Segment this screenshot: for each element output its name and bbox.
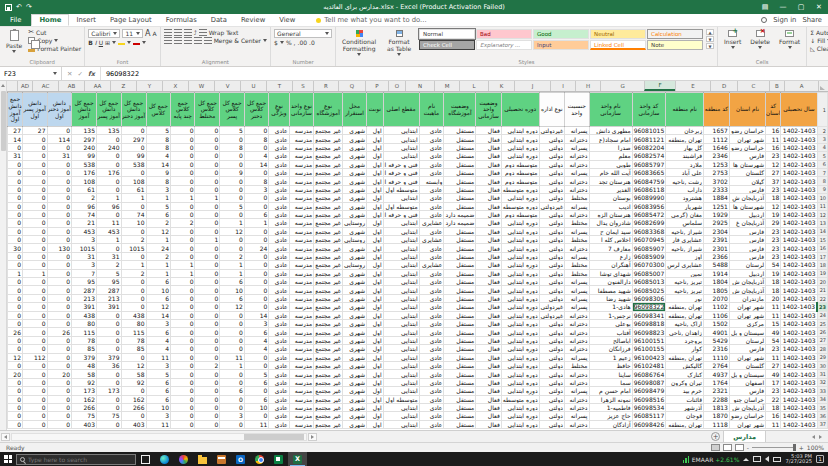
row-header-30[interactable]: 30 xyxy=(817,361,827,369)
cell-O14[interactable]: اول xyxy=(367,227,383,235)
row-header-1[interactable]: 1 xyxy=(817,93,827,127)
cell-X25[interactable]: 3 xyxy=(146,319,170,327)
cell-L29[interactable]: مستقل xyxy=(444,353,476,361)
cell-B8[interactable]: 37 xyxy=(766,177,781,185)
cell-Y17[interactable]: 0 xyxy=(121,252,146,260)
zoom-out-button[interactable]: - xyxy=(747,444,749,451)
cell-style-check[interactable]: Check Cell xyxy=(419,40,475,50)
cell-B5[interactable]: 23 xyxy=(766,152,781,160)
cell-K35[interactable]: فعال xyxy=(476,403,501,411)
cell-S11[interactable]: عادی xyxy=(269,202,289,210)
cell-K4[interactable]: فعال xyxy=(476,143,501,151)
cell-P30[interactable]: شهری xyxy=(342,361,366,369)
cell-Z9[interactable]: 0 xyxy=(97,185,122,193)
cell-S23[interactable]: عادی xyxy=(269,303,289,311)
field-header-M[interactable]: نام ماهیت xyxy=(419,93,444,127)
cell-L33[interactable]: مستقل xyxy=(444,387,476,395)
cell-J16[interactable]: دوره ابتدایی xyxy=(501,244,539,252)
cell-Q10[interactable]: غیر مجتمع xyxy=(314,194,343,202)
cell-W31[interactable]: 0 xyxy=(170,370,194,378)
cell-V24[interactable]: 0 xyxy=(195,311,220,319)
cell-L24[interactable]: مستقل xyxy=(444,311,476,319)
cell-F36[interactable]: 96085117 xyxy=(632,412,666,420)
cell-K25[interactable]: فعال xyxy=(476,319,501,327)
cell-X34[interactable]: 6 xyxy=(146,395,170,403)
cell-G27[interactable]: اباصالح xyxy=(589,336,632,344)
cell-L4[interactable]: مستقل xyxy=(444,143,476,151)
cell-W12[interactable]: 0 xyxy=(170,210,194,218)
row-header-34[interactable]: 34 xyxy=(817,395,827,403)
cell-N29[interactable]: ابتدایی xyxy=(383,353,419,361)
conditional-formatting-button[interactable]: Conditional Formatting xyxy=(339,29,379,57)
cell-A28[interactable]: 1402-1403 xyxy=(781,345,817,353)
fill-color-icon[interactable] xyxy=(118,39,125,46)
cell-Q19[interactable]: غیر مجتمع xyxy=(314,269,343,277)
cell-X32[interactable]: 6 xyxy=(146,378,170,386)
cell-J18[interactable]: دوره ابتدایی xyxy=(501,261,539,269)
cell-P33[interactable]: شهری xyxy=(342,387,366,395)
cell-K23[interactable]: فعال xyxy=(476,303,501,311)
row-header-24[interactable]: 24 xyxy=(817,311,827,319)
cell-Q23[interactable]: غیر مجتمع xyxy=(314,303,343,311)
cell-J2[interactable]: دوره ابتدایی xyxy=(501,127,539,135)
cell-I6[interactable]: دولتی xyxy=(539,160,564,168)
cell-F35[interactable]: 96098534 xyxy=(632,403,666,411)
cell-P21[interactable]: شهری xyxy=(342,286,366,294)
row-header-28[interactable]: 28 xyxy=(817,345,827,353)
cell-W28[interactable]: 0 xyxy=(170,345,194,353)
cell-O11[interactable]: اول xyxy=(367,202,383,210)
column-header-U[interactable]: U xyxy=(240,81,266,91)
cell-O18[interactable]: اول xyxy=(367,261,383,269)
cell-Z7[interactable]: 176 xyxy=(97,168,122,176)
cell-M19[interactable]: عادی xyxy=(419,269,444,277)
cell-Z26[interactable]: 0 xyxy=(97,328,122,336)
cell-AA35[interactable]: 266 xyxy=(72,403,97,411)
cell-A36[interactable]: 1402-1403 xyxy=(781,412,817,420)
cell-X19[interactable]: 1 xyxy=(146,269,170,277)
cell-Z20[interactable]: 95 xyxy=(97,278,122,286)
cell-F28[interactable]: 96100155 xyxy=(632,345,666,353)
cell-Y10[interactable]: 1 xyxy=(121,194,146,202)
cell-I19[interactable]: دولتی xyxy=(539,269,564,277)
cell-Q18[interactable]: غیر مجتمع xyxy=(314,261,343,269)
cell-F24[interactable]: 96098341 xyxy=(632,311,666,319)
cell-F2[interactable]: 96081015 xyxy=(632,127,666,135)
cell-E30[interactable]: گالیکش xyxy=(666,361,704,369)
cell-V36[interactable]: 0 xyxy=(195,412,220,420)
field-header-C[interactable]: نام استان xyxy=(729,93,765,127)
cell-P15[interactable]: روستایی xyxy=(342,236,366,244)
cell-F16[interactable]: 96085907 xyxy=(632,244,666,252)
cell-AA8[interactable]: 108 xyxy=(72,177,97,185)
cell-N2[interactable]: ابتدایی xyxy=(383,127,419,135)
cell-V17[interactable]: 0 xyxy=(195,252,220,260)
cell-Y14[interactable]: 0 xyxy=(121,227,146,235)
cell-A31[interactable]: 1402-1403 xyxy=(781,370,817,378)
cell-S13[interactable]: عادی xyxy=(269,219,289,227)
cell-R17[interactable]: مدرسه xyxy=(289,252,314,260)
cell-F14[interactable]: 96083368 xyxy=(632,227,666,235)
cell-P23[interactable]: شهری xyxy=(342,303,366,311)
cell-V37[interactable]: 0 xyxy=(195,420,220,428)
cell-H23[interactable]: پسرانه xyxy=(565,303,589,311)
cell-L11[interactable]: مستقل xyxy=(444,202,476,210)
cell-T32[interactable]: 6 xyxy=(244,378,268,386)
cell-A34[interactable]: 1402-1403 xyxy=(781,395,817,403)
cell-AC34[interactable]: 0 xyxy=(23,395,48,403)
cell-I31[interactable]: دولتی xyxy=(539,370,564,378)
cell-D23[interactable]: 1102 xyxy=(704,303,730,311)
cell-Q32[interactable]: غیر مجتمع xyxy=(314,378,343,386)
font-size-select[interactable]: 11 xyxy=(122,29,143,38)
cell-R21[interactable]: مدرسه xyxy=(289,286,314,294)
cell-AC29[interactable]: 112 xyxy=(23,353,48,361)
column-header-D[interactable]: D xyxy=(710,81,737,91)
cell-Z19[interactable]: 5 xyxy=(97,269,122,277)
cell-X9[interactable]: 3 xyxy=(146,185,170,193)
field-header-E[interactable]: نام منطقه xyxy=(666,93,704,127)
cell-A20[interactable]: 1402-1403 xyxy=(781,278,817,286)
cell-R18[interactable]: مدرسه xyxy=(289,261,314,269)
cell-E10[interactable]: هشترود xyxy=(666,194,704,202)
column-header-J[interactable]: J xyxy=(514,81,550,91)
cell-AA33[interactable]: 173 xyxy=(72,387,97,395)
cell-B26[interactable]: 49 xyxy=(766,328,781,336)
cell-J15[interactable]: دوره ابتدایی xyxy=(501,236,539,244)
